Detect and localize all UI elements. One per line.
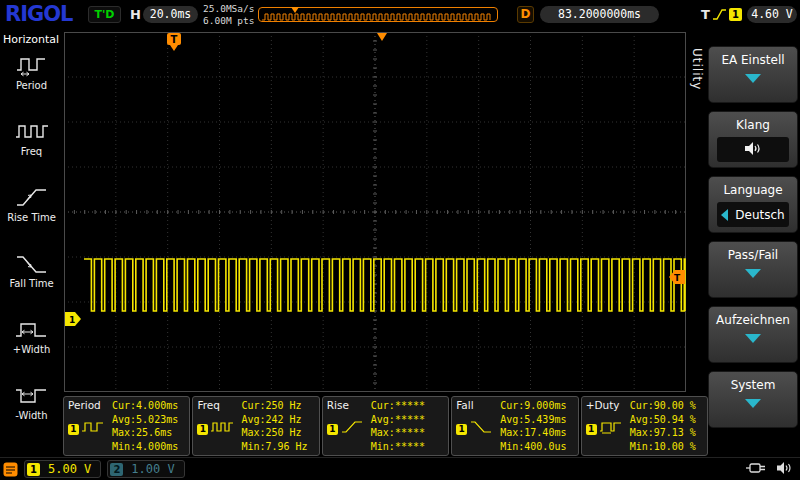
channel1-scale: 5.00 V <box>48 462 91 476</box>
measurement-channel-badge: 1 <box>68 424 79 435</box>
measurement-min: Min:400.0us <box>500 440 575 454</box>
menu-button-label: Klang <box>736 118 770 132</box>
chevron-down-icon <box>745 74 761 83</box>
menu-button-label: EA Einstell <box>721 53 784 67</box>
channel2-badge: 2 <box>110 463 123 476</box>
menu-button-system[interactable]: System <box>708 371 798 428</box>
measurement-box-fall[interactable]: Fall 1 Cur:9.000ms Avg:5.439ms Max:17.40… <box>451 396 578 456</box>
period-meas-icon <box>81 419 107 439</box>
trigger-status-badge: T'D <box>88 6 121 23</box>
menu-button-language[interactable]: Language Deutsch <box>708 176 798 233</box>
measurement-min: Min:10.00 % <box>630 440 705 454</box>
menu-button-ea-einstell[interactable]: EA Einstell <box>708 46 798 103</box>
measure-item-label: Fall Time <box>0 278 63 289</box>
measurement-box-duty[interactable]: +Duty 1 Cur:90.00 % Avg:50.94 % Max:97.1… <box>581 396 708 456</box>
fall-time-icon <box>14 252 50 276</box>
speaker-icon <box>776 460 793 479</box>
usb-icon <box>745 460 767 479</box>
measurement-max: Max:***** <box>371 426 446 440</box>
measurement-name: Period <box>68 399 112 411</box>
scope-display: T1T <box>64 32 686 392</box>
measurement-name: Fall <box>456 399 500 411</box>
measurement-cur: Cur:9.000ms <box>500 399 575 413</box>
measure-item-rise-time[interactable]: Rise Time <box>0 186 63 223</box>
measurement-cur: Cur:4.000ms <box>112 399 187 413</box>
oscilloscope-screen: RIGOL T'D H 20.0ms 25.0MSa/s 6.00M pts D… <box>0 0 800 480</box>
measurement-max: Max:17.40ms <box>500 426 575 440</box>
measure-item-fall-time[interactable]: Fall Time <box>0 252 63 289</box>
speaker-icon <box>744 141 762 159</box>
measurement-id: Period 1 <box>68 399 112 453</box>
measurement-box-period[interactable]: Period 1 Cur:4.000ms Avg:5.023ms Max:25.… <box>63 396 190 456</box>
measurement-values: Cur:***** Avg:***** Max:***** Min:***** <box>371 399 446 453</box>
chevron-down-icon <box>745 334 761 343</box>
scope-graticule: T1T <box>64 32 686 392</box>
measurement-values: Cur:90.00 % Avg:50.94 % Max:97.13 % Min:… <box>630 399 705 453</box>
channel1-badge: 1 <box>27 463 40 476</box>
measurement-avg: Avg:***** <box>371 413 446 427</box>
plus-duty-meas-icon <box>599 419 625 439</box>
measure-item-plus-width[interactable]: +Width <box>0 318 63 355</box>
measure-item-minus-width[interactable]: -Width <box>0 384 63 421</box>
measure-item-label: Rise Time <box>0 212 63 223</box>
measure-category-title[interactable]: Horizontal <box>3 33 59 46</box>
measurement-min: Min:7.96 Hz <box>241 440 316 454</box>
channel1-waveform <box>84 259 685 311</box>
acquisition-info: 25.0MSa/s 6.00M pts <box>203 3 254 27</box>
measurement-name: +Duty <box>586 399 630 411</box>
bottom-status-bar: 1 5.00 V 2 1.00 V <box>0 457 800 480</box>
measurement-name: Freq <box>197 399 241 411</box>
channel1-status[interactable]: 1 5.00 V <box>24 460 101 478</box>
delay-label: D <box>517 6 534 23</box>
freq-meas-icon <box>210 419 236 439</box>
measurement-cur: Cur:***** <box>371 399 446 413</box>
period-icon <box>14 54 50 78</box>
measurement-icon-row: 1 <box>197 419 241 439</box>
horizontal-scale-label: H <box>130 7 141 22</box>
measurement-icon-row: 1 <box>68 419 112 439</box>
measurement-id: Fall 1 <box>456 399 500 453</box>
measurement-min: Min:4.000ms <box>112 440 187 454</box>
menu-button-label: Pass/Fail <box>728 248 778 262</box>
measure-item-label: Period <box>0 80 63 91</box>
channel2-scale: 1.00 V <box>131 462 174 476</box>
measurement-avg: Avg:5.439ms <box>500 413 575 427</box>
measurement-avg: Avg:242 Hz <box>241 413 316 427</box>
horizontal-scale-value: 20.0ms <box>143 6 198 23</box>
menu-button-klang[interactable]: Klang <box>708 111 798 168</box>
menu-button-pass-fail[interactable]: Pass/Fail <box>708 241 798 298</box>
measurement-values: Cur:9.000ms Avg:5.439ms Max:17.40ms Min:… <box>500 399 575 453</box>
measurement-values: Cur:250 Hz Avg:242 Hz Max:250 Hz Min:7.9… <box>241 399 316 453</box>
language-setting-box: Deutsch <box>717 202 789 227</box>
measurement-box-rise[interactable]: Rise 1 Cur:***** Avg:***** Max:***** Min… <box>322 396 449 456</box>
menu-button-aufzeichnen[interactable]: Aufzeichnen <box>708 306 798 363</box>
svg-text:T: T <box>674 273 681 283</box>
measurement-icon-row: 1 <box>327 419 371 439</box>
top-status-bar: RIGOL T'D H 20.0ms 25.0MSa/s 6.00M pts D… <box>0 0 800 30</box>
menu-button-label: Aufzeichnen <box>716 313 790 327</box>
chevron-down-icon <box>745 269 761 278</box>
measurement-box-freq[interactable]: Freq 1 Cur:250 Hz Avg:242 Hz Max:250 Hz … <box>192 396 319 456</box>
measurement-channel-badge: 1 <box>586 424 597 435</box>
memory-position-bar <box>258 7 498 22</box>
measurement-name: Rise <box>327 399 371 411</box>
menu-button-label: System <box>731 378 776 392</box>
trigger-time-flag[interactable]: T <box>167 33 181 51</box>
measurement-id: Rise 1 <box>327 399 371 453</box>
measure-item-period[interactable]: Period <box>0 54 63 91</box>
menu-button-label: Language <box>723 183 782 197</box>
channel1-ground-marker[interactable]: 1 <box>65 312 81 326</box>
language-value: Deutsch <box>735 208 784 222</box>
sample-rate: 25.0MSa/s <box>203 3 254 15</box>
menu-title-utility: Utility <box>690 48 704 90</box>
measure-item-label: +Width <box>0 344 63 355</box>
status-icons <box>745 460 793 479</box>
trigger-position-marker[interactable] <box>377 33 387 41</box>
measure-item-label: Freq <box>0 146 63 157</box>
minus-width-icon <box>14 384 50 408</box>
measurement-cur: Cur:250 Hz <box>241 399 316 413</box>
measurement-max: Max:25.6ms <box>112 426 187 440</box>
channel2-status[interactable]: 2 1.00 V <box>107 460 184 478</box>
measure-item-freq[interactable]: Freq <box>0 120 63 157</box>
measurement-max: Max:250 Hz <box>241 426 316 440</box>
